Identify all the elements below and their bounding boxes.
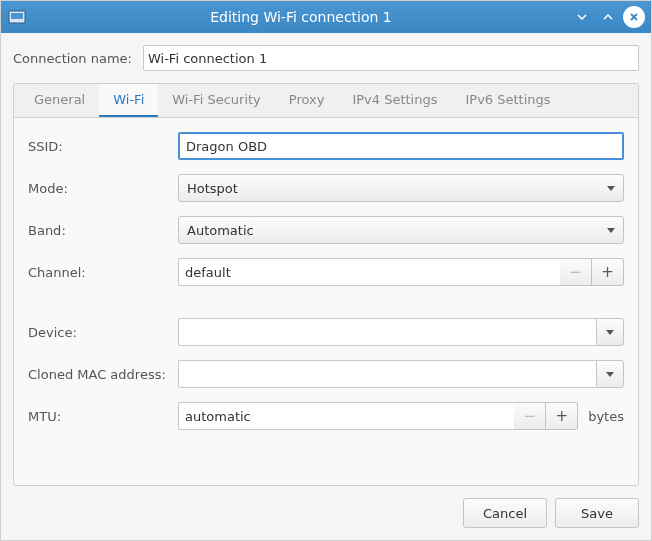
svg-rect-1 [11, 13, 23, 19]
cloned-mac-label: Cloned MAC address: [28, 367, 178, 382]
ssid-input[interactable] [178, 132, 624, 160]
mode-combo[interactable]: Hotspot [178, 174, 624, 202]
plus-icon: + [601, 263, 614, 281]
plus-icon: + [555, 407, 568, 425]
channel-label: Channel: [28, 265, 178, 280]
content-area: Connection name: Wi-Fi connection 1 Gene… [1, 33, 651, 486]
mtu-unit: bytes [588, 409, 624, 424]
tab-wifi[interactable]: Wi-Fi [99, 84, 158, 117]
connection-name-label: Connection name: [13, 51, 143, 66]
device-combo [178, 318, 624, 346]
minus-icon: − [523, 407, 536, 425]
chevron-down-icon [606, 330, 614, 335]
channel-spin: − + [178, 258, 624, 286]
mtu-row: MTU: − + bytes [28, 402, 624, 430]
notebook: General Wi-Fi Wi-Fi Security Proxy IPv4 … [13, 83, 639, 486]
band-row: Band: Automatic [28, 216, 624, 244]
mtu-input[interactable] [178, 402, 514, 430]
mtu-minus-button[interactable]: − [514, 402, 546, 430]
cloned-mac-drop-button[interactable] [596, 360, 624, 388]
window-title: Editing Wi-Fi connection 1 [35, 9, 567, 25]
channel-row: Channel: − + [28, 258, 624, 286]
tab-general[interactable]: General [20, 84, 99, 117]
tab-wifi-security[interactable]: Wi-Fi Security [158, 84, 275, 117]
tab-bar: General Wi-Fi Wi-Fi Security Proxy IPv4 … [14, 84, 638, 118]
minus-icon: − [569, 263, 582, 281]
app-icon [7, 7, 27, 27]
device-row: Device: [28, 318, 624, 346]
device-label: Device: [28, 325, 178, 340]
close-button[interactable] [623, 6, 645, 28]
mtu-spin: − + [178, 402, 578, 430]
chevron-down-icon [606, 372, 614, 377]
footer: Cancel Save [1, 486, 651, 540]
tab-ipv6[interactable]: IPv6 Settings [452, 84, 565, 117]
connection-name-input[interactable]: Wi-Fi connection 1 [143, 45, 639, 71]
device-drop-button[interactable] [596, 318, 624, 346]
cancel-button[interactable]: Cancel [463, 498, 547, 528]
cloned-mac-combo [178, 360, 624, 388]
band-combo[interactable]: Automatic [178, 216, 624, 244]
tab-ipv4[interactable]: IPv4 Settings [338, 84, 451, 117]
ssid-label: SSID: [28, 139, 178, 154]
minimize-button[interactable] [571, 6, 593, 28]
tab-proxy[interactable]: Proxy [275, 84, 339, 117]
chevron-down-icon [607, 228, 615, 233]
mode-value: Hotspot [187, 181, 238, 196]
connection-name-value: Wi-Fi connection 1 [148, 51, 267, 66]
maximize-button[interactable] [597, 6, 619, 28]
mtu-label: MTU: [28, 409, 178, 424]
device-input[interactable] [178, 318, 596, 346]
cloned-mac-row: Cloned MAC address: [28, 360, 624, 388]
band-value: Automatic [187, 223, 254, 238]
channel-plus-button[interactable]: + [592, 258, 624, 286]
titlebar: Editing Wi-Fi connection 1 [1, 1, 651, 33]
mode-label: Mode: [28, 181, 178, 196]
window: Editing Wi-Fi connection 1 Connection na… [0, 0, 652, 541]
ssid-row: SSID: [28, 132, 624, 160]
channel-input[interactable] [178, 258, 560, 286]
mode-row: Mode: Hotspot [28, 174, 624, 202]
mtu-plus-button[interactable]: + [546, 402, 578, 430]
channel-minus-button[interactable]: − [560, 258, 592, 286]
connection-name-row: Connection name: Wi-Fi connection 1 [13, 45, 639, 71]
wifi-tab-page: SSID: Mode: Hotspot Band: [14, 118, 638, 485]
save-button[interactable]: Save [555, 498, 639, 528]
band-label: Band: [28, 223, 178, 238]
chevron-down-icon [607, 186, 615, 191]
cloned-mac-input[interactable] [178, 360, 596, 388]
